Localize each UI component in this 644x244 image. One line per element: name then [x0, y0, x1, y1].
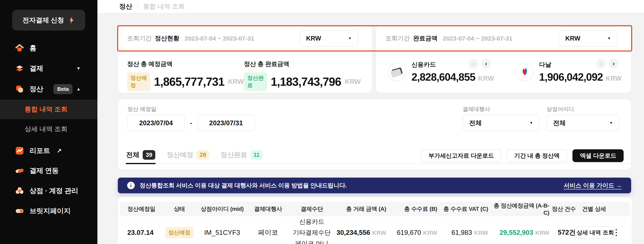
cell-settlement-amount: 29,552,903 KRW: [488, 229, 549, 237]
tab-label: 전체: [126, 150, 140, 160]
epay-apply-button[interactable]: 전자결제 신청: [12, 10, 85, 30]
tab-label: 정산완료: [221, 150, 247, 160]
carousel-slide-creditcard: 신용카드 2,828,604,855 KRW ‹ ›: [376, 51, 504, 93]
sidebar-item-integration[interactable]: 결제 연동: [0, 164, 98, 178]
metric-amount: 1,865,777,731: [154, 75, 224, 88]
status-tabs: 전체 39 정산예정 28 정산완료 11: [126, 146, 263, 164]
sidebar-item-label: 리포트: [30, 146, 50, 155]
start-date-input[interactable]: 2023/07/04: [127, 115, 185, 131]
sidebar-item-store-account[interactable]: 상점 · 계정 관리: [0, 184, 98, 198]
tab-all[interactable]: 전체 39: [126, 146, 156, 164]
sidebar-item-settlement[interactable]: 정산 Beta ▲: [0, 82, 98, 96]
sidebar-item-label: 결제: [30, 64, 43, 73]
col-header: 상점아이디 (mid): [197, 205, 248, 213]
sidebar-item-home[interactable]: 홈: [0, 41, 98, 55]
pg-select-value: 전체: [469, 119, 482, 127]
link-pills-icon: [15, 166, 24, 175]
card-title: 완료금액: [413, 34, 438, 42]
sidebar-item-detail-history[interactable]: 상세 내역 조회: [0, 122, 98, 136]
sidebar-item-label: 브릿지페이지: [30, 206, 70, 216]
sidebar-item-report[interactable]: 리포트 ↗: [0, 144, 98, 158]
tab-pending[interactable]: 정산예정 28: [166, 146, 210, 164]
completed-amount-card: 조회기간 완료금액 2023-07-04 ~ 2023-07-31 KRW ▼ …: [376, 26, 631, 93]
detail-view-button[interactable]: 상세 내역 조회: [576, 226, 615, 239]
tab-count-badge: 39: [143, 150, 155, 160]
sidebar-item-bridgepage[interactable]: 브릿지페이지: [0, 204, 98, 218]
vat-download-button[interactable]: 부가세신고자료 다운로드: [421, 149, 501, 162]
settlement-metrics: 정산 총 예정금액 정산예정 1,865,777,731 KRW 정산 총 완료…: [127, 51, 364, 93]
status-badge: 정산예정: [127, 72, 150, 91]
tab-done[interactable]: 정산완료 11: [220, 146, 263, 164]
settlement-status-card: 조회기간 정산현황 2023-07-04 ~ 2023-07-31 KRW ▼ …: [118, 26, 372, 93]
sidebar: 전자결제 신청 홈 결제 ▼: [0, 0, 98, 244]
method-line: 신용카드: [288, 216, 335, 227]
excel-download-button[interactable]: 엑셀 다운로드: [572, 149, 624, 162]
mid-select-value: 전체: [553, 119, 566, 127]
breadcrumb-page: 통합 내역 조회: [143, 2, 185, 11]
cell-status: 정산예정: [162, 227, 197, 238]
cell-amount-a: 30,234,556 KRW: [335, 229, 386, 237]
danal-logo-icon: [520, 67, 530, 77]
chevron-down-icon: ▼: [76, 66, 81, 71]
report-chart-icon: [15, 146, 24, 155]
chevron-up-icon: ▲: [76, 86, 81, 92]
settlement-icon: [15, 84, 24, 94]
period-label: 조회기간: [386, 34, 410, 42]
service-guide-link[interactable]: 서비스 이용 가이드 →: [564, 182, 622, 190]
amount-currency: KRW: [474, 230, 488, 236]
caret-down-icon: ▼: [348, 36, 352, 40]
amount-value: 29,552,903: [500, 229, 533, 237]
mid-filter-label: 상점아이디: [546, 105, 574, 113]
sidebar-item-label: 홈: [30, 43, 36, 53]
cell-vat-c: 61,983 KRW: [437, 229, 488, 237]
caret-down-icon: ▼: [607, 36, 611, 40]
breadcrumb-section[interactable]: 정산: [119, 2, 132, 11]
credit-card-avatar: [388, 63, 406, 81]
pg-filter-label: 결제대행사: [462, 105, 490, 113]
row-menu-kebab-icon[interactable]: [612, 228, 620, 237]
table-row: 23.07.14 정산예정 IM_51CYF3 페이코 신용카드 기타결제수단 …: [120, 216, 630, 244]
sidebar-item-payment[interactable]: 결제 ▼: [0, 61, 98, 76]
home-icon: [15, 43, 24, 53]
cell-methods: 신용카드 기타결제수단 페이코 머니: [288, 216, 335, 244]
date-separator: -: [190, 119, 192, 127]
carousel-next-button[interactable]: ›: [609, 59, 618, 68]
sidebar-item-label: 상세 내역 조회: [25, 125, 68, 134]
slide-currency: KRW: [606, 74, 622, 82]
sidebar-item-label: 통합 내역 조회: [25, 105, 68, 114]
end-date-input[interactable]: 2023/07/31: [198, 115, 255, 131]
carousel-slide-danal: 다날 1,906,042,092 KRW ‹ ›: [504, 51, 631, 93]
carousel-next-button[interactable]: ›: [481, 59, 491, 68]
date-filter-label: 정산 예정일: [127, 105, 156, 113]
sidebar-item-label: 상점 · 계정 관리: [30, 186, 78, 196]
layers-icon: [15, 64, 24, 73]
col-header: 총 수수료 (B): [386, 205, 437, 213]
metric-amount: 1,183,743,796: [271, 75, 341, 88]
sidebar-item-integrated-history[interactable]: 통합 내역 조회: [0, 100, 98, 119]
card-title: 정산현황: [155, 34, 179, 42]
currency-select[interactable]: KRW ▼: [559, 30, 617, 47]
toggle-icon: [15, 206, 24, 216]
col-header: 결제대행사: [248, 205, 288, 213]
external-link-icon: ↗: [57, 147, 62, 154]
carousel-prev-button[interactable]: ‹: [468, 59, 478, 68]
slide-amount: 1,906,042,092: [539, 71, 603, 83]
settlement-table-card: 정산예정일 상태 상점아이디 (mid) 결제대행사 결제수단 총 거래 금액 …: [118, 197, 632, 244]
cell-pg: 페이코: [248, 228, 288, 237]
carousel-prev-button[interactable]: ‹: [596, 59, 606, 68]
tab-count-badge: 11: [250, 150, 263, 160]
banner-message: 정산통합조회 서비스 이용 대상 결제 대행사와 서비스 이용 방법을 안내드립…: [140, 182, 559, 190]
metric-label: 정산 총 예정금액: [127, 60, 244, 68]
slide-amount: 2,828,604,855: [412, 71, 475, 83]
method-line: 기타결제수단: [288, 227, 335, 238]
col-header: 총 정산예정금액 (A-B-C): [488, 202, 549, 216]
danal-logo-avatar: [516, 63, 534, 81]
col-header: 정산 건수: [549, 205, 576, 213]
completed-total-metric: 정산 총 완료금액 정산완료 1,183,743,796 KRW: [244, 51, 361, 93]
period-total-button[interactable]: 기간 내 총 정산액: [507, 149, 567, 162]
amount-value: 30,234,556: [336, 229, 370, 237]
pg-select[interactable]: 전체 ▼: [462, 115, 540, 131]
tab-label: 정산예정: [167, 150, 193, 160]
currency-select[interactable]: KRW ▼: [300, 30, 358, 47]
mid-select[interactable]: 전체 ▼: [546, 115, 619, 131]
